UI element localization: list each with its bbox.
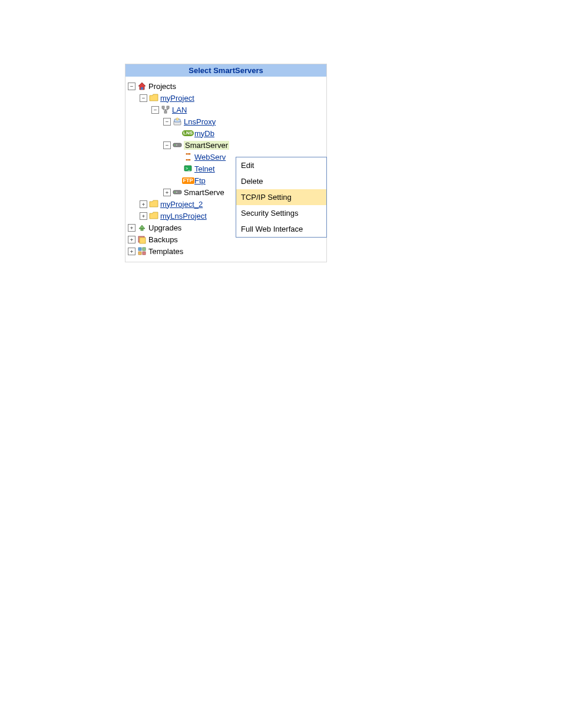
home-icon [137, 81, 147, 91]
collapse-icon[interactable]: − [140, 94, 147, 102]
tree-label[interactable]: Upgrades [148, 223, 181, 232]
tree-label[interactable]: Telnet [194, 164, 215, 173]
svg-point-9 [174, 144, 176, 146]
menu-item-security[interactable]: Security Settings [236, 205, 326, 221]
terminal-icon: >_ [183, 164, 193, 173]
tree-node-lnsproxy[interactable]: − LnsProxy [128, 116, 324, 127]
tree-label[interactable]: myProject_2 [160, 200, 203, 209]
database-icon: LNS [183, 129, 193, 138]
backup-icon [137, 235, 147, 244]
device-icon [173, 187, 182, 197]
server-icon [173, 117, 182, 126]
svg-text:>_: >_ [186, 166, 190, 171]
tree-label[interactable]: Templates [148, 247, 183, 256]
context-menu: Edit Delete TCP/IP Setting Security Sett… [236, 157, 327, 238]
collapse-icon[interactable]: − [163, 141, 171, 149]
svg-rect-2 [162, 106, 164, 108]
template-icon [137, 246, 147, 256]
collapse-icon[interactable]: − [151, 106, 159, 114]
tree-label[interactable]: WebServ [194, 153, 226, 162]
tree-label[interactable]: Backups [148, 235, 178, 244]
expand-icon[interactable]: + [140, 212, 147, 220]
ftp-icon: FTP [183, 176, 193, 185]
tree-label[interactable]: SmartServe [184, 188, 224, 197]
svg-rect-19 [138, 248, 141, 251]
svg-point-10 [176, 144, 177, 146]
menu-item-delete[interactable]: Delete [236, 173, 326, 189]
tree-label[interactable]: SmartServer [184, 141, 229, 150]
tree-label[interactable]: myDb [194, 129, 214, 138]
svg-point-7 [176, 118, 178, 120]
tree-label[interactable]: Ftp [194, 176, 206, 185]
expand-icon[interactable]: + [128, 224, 135, 232]
tree-node-mydb[interactable]: LNS myDb [128, 127, 324, 139]
folder-icon [149, 211, 158, 220]
tree-label[interactable]: myProject [160, 94, 194, 103]
tree-label[interactable]: LAN [172, 106, 187, 114]
folder-icon [149, 93, 158, 103]
svg-rect-1 [141, 87, 143, 90]
svg-rect-20 [143, 248, 146, 251]
tree-label[interactable]: LnsProxy [184, 117, 216, 126]
tree-label[interactable]: myLnsProject [160, 212, 207, 220]
svg-point-14 [174, 192, 176, 193]
svg-rect-4 [164, 111, 167, 113]
menu-item-edit[interactable]: Edit [236, 157, 326, 173]
expand-icon[interactable]: + [163, 189, 171, 196]
menu-item-tcpip[interactable]: TCP/IP Setting [236, 189, 326, 205]
tree-node-lan[interactable]: − LAN [128, 104, 324, 116]
svg-point-15 [176, 192, 177, 193]
web-icon: ▪▪▪▪▪▪ [183, 152, 193, 162]
svg-rect-22 [143, 252, 146, 255]
upgrade-icon [137, 223, 147, 232]
tree-node-smartserver[interactable]: − SmartServer [128, 139, 324, 151]
tree-view: − Projects − myProject − LAN [125, 77, 326, 262]
panel-title: Select SmartServers [125, 64, 326, 77]
expand-icon[interactable]: + [140, 200, 147, 208]
collapse-icon[interactable]: − [163, 118, 171, 126]
smartserver-panel: Select SmartServers − Projects − myProje… [125, 64, 327, 262]
tree-node-templates[interactable]: + Templates [128, 245, 324, 257]
menu-item-fullweb[interactable]: Full Web Interface [236, 221, 326, 237]
tree-node-myproject[interactable]: − myProject [128, 92, 324, 104]
expand-icon[interactable]: + [128, 248, 135, 255]
svg-rect-16 [141, 229, 143, 230]
svg-rect-3 [167, 106, 169, 108]
svg-rect-21 [138, 252, 141, 255]
svg-rect-18 [140, 238, 146, 243]
tree-node-projects[interactable]: − Projects [128, 80, 324, 92]
device-icon [173, 140, 182, 150]
folder-icon [149, 199, 158, 209]
network-icon [161, 105, 170, 114]
collapse-icon[interactable]: − [128, 83, 135, 90]
tree-label[interactable]: Projects [148, 82, 176, 91]
expand-icon[interactable]: + [128, 236, 135, 243]
